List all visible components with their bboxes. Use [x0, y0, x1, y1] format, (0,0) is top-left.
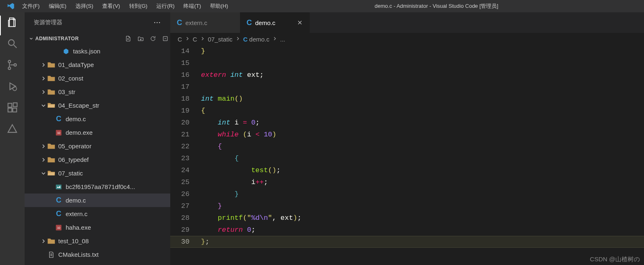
tree-folder[interactable]: 05_operator — [25, 139, 170, 153]
line-number: 25 — [170, 176, 190, 188]
menu-item[interactable]: 运行(R) — [152, 1, 178, 12]
sidebar-title: 资源管理器 — [34, 19, 62, 26]
svg-point-11 — [157, 22, 158, 23]
tree-label: 04_Escape_str — [58, 102, 99, 109]
code-lines[interactable]: }extern int ext;int main(){ int i = 0; w… — [201, 45, 644, 265]
breadcrumb-item[interactable]: ... — [280, 36, 285, 43]
menu-item[interactable]: 文件(F) — [18, 1, 44, 12]
code-line[interactable]: test(); — [201, 164, 644, 176]
code-line[interactable]: { — [201, 152, 644, 164]
line-number: 18 — [170, 93, 190, 105]
sidebar: 资源管理器 ADMINISTRATOR tasks.json01_dataTyp… — [25, 12, 170, 265]
line-number: 16 — [170, 69, 190, 81]
code-line[interactable] — [201, 57, 644, 69]
tree-file[interactable]: tasks.json — [25, 44, 170, 58]
tree-file[interactable]: Cextern.c — [25, 207, 170, 221]
more-icon[interactable] — [153, 18, 161, 27]
tree-folder[interactable]: test_10_08 — [25, 234, 170, 248]
menu-item[interactable]: 转到(G) — [125, 1, 152, 12]
tree-file[interactable]: 10demo.exe — [25, 126, 170, 139]
code-line[interactable]: int i = 0; — [201, 117, 644, 129]
svg-point-4 — [14, 64, 16, 66]
vscode-logo-icon — [7, 2, 15, 10]
tree-label: 06_typedef — [58, 156, 89, 163]
tree-label: 05_operator — [58, 143, 91, 150]
folder-header[interactable]: ADMINISTRATOR — [25, 33, 170, 44]
svg-point-3 — [8, 67, 11, 69]
close-icon[interactable] — [297, 19, 303, 26]
c-icon: C — [54, 210, 63, 219]
code-line[interactable]: } — [201, 188, 644, 200]
tree-file[interactable]: CMakeLists.txt — [25, 248, 170, 261]
code-line[interactable]: extern int ext; — [201, 69, 644, 81]
tree-file[interactable]: Cdemo.c — [25, 112, 170, 126]
tab[interactable]: Cdemo.c — [240, 12, 310, 33]
code-line[interactable] — [201, 81, 644, 93]
tree-folder[interactable]: 03_str — [25, 85, 170, 99]
line-number: 19 — [170, 105, 190, 117]
breadcrumb-item[interactable]: Cdemo.c — [243, 36, 269, 43]
code-line[interactable]: printf("%d\n", ext); — [201, 212, 644, 224]
sidebar-header: 资源管理器 — [25, 12, 170, 33]
tree-label: 03_str — [58, 88, 75, 95]
code-line[interactable]: } — [201, 200, 644, 212]
line-number: 24 — [170, 164, 190, 176]
extensions-icon[interactable] — [7, 102, 18, 113]
line-number: 22 — [170, 141, 190, 152]
titlebar: 文件(F)编辑(E)选择(S)查看(V)转到(G)运行(R)终端(T)帮助(H)… — [0, 0, 644, 12]
code-editor[interactable]: 1415161718192021222324252627282930 }exte… — [170, 45, 644, 265]
tree-label: 07_static — [58, 170, 83, 177]
menu-item[interactable]: 查看(V) — [98, 1, 124, 12]
search-icon[interactable] — [7, 38, 18, 49]
tree-file[interactable]: Cdemo.c — [25, 194, 170, 207]
source-control-icon[interactable] — [7, 59, 18, 71]
folder-icon — [47, 74, 56, 83]
svg-line-1 — [14, 45, 17, 48]
new-folder-icon[interactable] — [137, 35, 144, 42]
refresh-icon[interactable] — [150, 35, 156, 42]
current-line-highlight — [170, 236, 644, 248]
tree-folder[interactable]: 06_typedef — [25, 153, 170, 166]
folder-open-icon — [47, 101, 56, 110]
menu-item[interactable]: 帮助(H) — [206, 1, 232, 12]
breadcrumb-item[interactable]: 07_static — [208, 36, 233, 43]
run-debug-icon[interactable] — [7, 81, 18, 92]
tree-label: extern.c — [66, 210, 87, 217]
breadcrumb-item[interactable]: C — [178, 36, 182, 43]
chevron-right-icon — [272, 36, 278, 41]
tabs: Cextern.cCdemo.c — [170, 12, 644, 33]
folder-open-icon — [47, 169, 56, 178]
svg-point-0 — [9, 40, 14, 46]
tree-folder[interactable]: 07_static — [25, 166, 170, 180]
svg-point-2 — [8, 60, 11, 63]
tree-folder[interactable]: 02_const — [25, 71, 170, 85]
tree-folder[interactable]: 01_dataType — [25, 58, 170, 71]
code-line[interactable]: { — [201, 105, 644, 117]
new-file-icon[interactable] — [125, 35, 132, 42]
menu-item[interactable]: 编辑(E) — [45, 1, 71, 12]
tree-label: demo.c — [66, 115, 86, 122]
menu-item[interactable]: 终端(T) — [179, 1, 205, 12]
code-line[interactable]: i++; — [201, 176, 644, 188]
breadcrumb[interactable]: CC07_staticCdemo.c... — [170, 33, 644, 45]
code-line[interactable]: while (i < 10) — [201, 129, 644, 141]
code-line[interactable]: return 0; — [201, 224, 644, 236]
code-line[interactable]: } — [201, 45, 644, 57]
tree-label: demo.c — [66, 197, 86, 204]
code-line[interactable]: int main() — [201, 93, 644, 105]
explorer-icon[interactable] — [7, 16, 18, 28]
tab[interactable]: Cextern.c — [170, 12, 240, 33]
chevron-down-icon — [40, 102, 47, 109]
tree-file[interactable]: bc2f61957aa7871df0c4... — [25, 180, 170, 194]
tree-label: demo.exe — [66, 129, 93, 136]
folder-icon — [47, 60, 56, 69]
code-line[interactable]: { — [201, 141, 644, 152]
breadcrumb-item[interactable]: C — [193, 36, 197, 43]
collapse-icon[interactable] — [162, 35, 169, 42]
tree-file[interactable]: 10haha.exe — [25, 221, 170, 234]
cmake-icon[interactable] — [7, 123, 18, 135]
line-number: 26 — [170, 188, 190, 200]
tree-folder[interactable]: 04_Escape_str — [25, 99, 170, 112]
chevron-right-icon — [235, 36, 241, 41]
menu-item[interactable]: 选择(S) — [71, 1, 97, 12]
